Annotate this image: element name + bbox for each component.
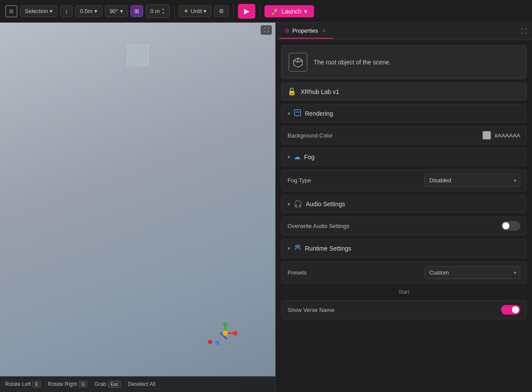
selection-dropdown[interactable]: Selection ▾ bbox=[20, 5, 57, 17]
properties-tab[interactable]: ⚙ Properties × bbox=[279, 24, 333, 39]
fog-type-dropdown[interactable]: Disabled ▾ bbox=[425, 174, 520, 187]
rendering-icon bbox=[294, 109, 301, 118]
rendering-section-header[interactable]: ▾ Rendering bbox=[281, 104, 527, 123]
toolbar-divider-1 bbox=[174, 5, 174, 17]
grab-label: Grab bbox=[94, 381, 106, 387]
rotate-right-key: G bbox=[79, 381, 88, 388]
deselect-label: Deselect All bbox=[128, 381, 155, 387]
viewport-expand-button[interactable]: ⛶ bbox=[261, 25, 272, 35]
show-verse-name-row: Show Verse Name bbox=[281, 300, 527, 319]
play-button[interactable]: ▶ bbox=[238, 4, 255, 19]
presets-label: Presets bbox=[288, 269, 419, 276]
toggle-thumb bbox=[502, 222, 509, 229]
toolbar-divider-3 bbox=[260, 5, 260, 17]
layout-icon[interactable]: ⊞ bbox=[5, 5, 17, 17]
audio-icon: 🎧 bbox=[294, 200, 302, 208]
audio-label: Audio Settings bbox=[306, 201, 345, 208]
main-content: ⛶ Rotate Left E bbox=[0, 23, 532, 392]
launch-button[interactable]: 🚀 Launch ▾ bbox=[264, 5, 314, 17]
background-color-row: Background Color #AAAAAA bbox=[281, 126, 527, 144]
fog-icon: ☁ bbox=[294, 153, 301, 161]
gizmo-y-end bbox=[223, 322, 228, 327]
panel-expand-button[interactable]: ⛶ bbox=[519, 26, 529, 37]
launch-arrow: ▾ bbox=[304, 8, 307, 15]
rotate-left-item: Rotate Left E bbox=[5, 381, 41, 388]
presets-dropdown[interactable]: Custom ▾ bbox=[425, 266, 520, 279]
rendering-chevron: ▾ bbox=[288, 111, 290, 117]
settings-icon: ⚙ bbox=[219, 8, 224, 14]
overwrite-audio-row: Overwrite Audio Settings bbox=[281, 216, 527, 235]
expand-icon: ⛶ bbox=[264, 27, 269, 33]
lighting-label: Unlit bbox=[191, 8, 202, 14]
toolbar: ⊞ Selection ▾ ↕ 0.5m ▾ 90° ▾ ⊞ 0 m ▲▼ ☀ … bbox=[0, 0, 532, 23]
gizmo-x-end bbox=[233, 331, 238, 335]
audio-section-header[interactable]: ▾ 🎧 Audio Settings bbox=[281, 195, 527, 213]
runtime-chevron: ▾ bbox=[288, 245, 290, 251]
runtime-section-header[interactable]: ▾ Runtime Settings bbox=[281, 239, 527, 258]
launch-icon: 🚀 bbox=[271, 8, 279, 15]
panel-expand-icon: ⛶ bbox=[521, 28, 527, 35]
svg-rect-0 bbox=[294, 110, 301, 116]
rotate-right-label: Rotate Right bbox=[48, 381, 77, 387]
scene-info-card: The root object of the scene. bbox=[281, 45, 527, 79]
selection-label: Selection bbox=[25, 8, 48, 14]
angle-dropdown[interactable]: 90° ▾ bbox=[105, 5, 128, 17]
launch-label: Launch bbox=[281, 8, 301, 15]
fog-label: Fog bbox=[304, 154, 315, 161]
presets-row: Presets Custom ▾ bbox=[281, 261, 527, 284]
cube-icon bbox=[288, 53, 308, 72]
presets-dropdown-arrow: ▾ bbox=[514, 270, 516, 276]
color-hex: #AAAAAA bbox=[495, 132, 520, 139]
gizmo-center bbox=[223, 331, 228, 336]
fog-section-header[interactable]: ▾ ☁ Fog bbox=[281, 148, 527, 166]
fog-dropdown-arrow: ▾ bbox=[514, 178, 516, 184]
show-verse-name-toggle[interactable] bbox=[501, 305, 520, 315]
deselect-item: Deselect All bbox=[128, 381, 155, 387]
selection-dot bbox=[208, 340, 212, 344]
gizmo-z-end bbox=[215, 341, 220, 345]
floating-object bbox=[127, 44, 149, 66]
runtime-icon bbox=[294, 244, 301, 253]
bg-color-value[interactable]: #AAAAAA bbox=[482, 131, 520, 140]
scene-description: The root object of the scene. bbox=[314, 59, 391, 66]
scene-name-row: 🔓 XRhub Lab v1 bbox=[281, 83, 527, 101]
properties-tab-close[interactable]: × bbox=[321, 27, 328, 34]
height-dropdown[interactable]: 0.5m ▾ bbox=[75, 5, 102, 17]
fog-chevron: ▾ bbox=[288, 154, 290, 160]
show-verse-name-label: Show Verse Name bbox=[288, 307, 496, 313]
grab-key: Esc bbox=[108, 381, 121, 388]
properties-tab-label: Properties bbox=[292, 27, 318, 34]
play-icon: ▶ bbox=[244, 7, 249, 15]
fog-type-row: Fog Type Disabled ▾ bbox=[281, 169, 527, 191]
height-value: 0.5m bbox=[80, 8, 93, 14]
svg-point-2 bbox=[298, 245, 300, 248]
height-icon: ↕ bbox=[60, 5, 73, 17]
settings-button[interactable]: ⚙ bbox=[214, 5, 229, 17]
lighting-icon: ☀ bbox=[184, 8, 189, 14]
viewport[interactable]: ⛶ Rotate Left E bbox=[0, 23, 275, 392]
bg-color-label: Background Color bbox=[288, 132, 477, 139]
panel-tabs: ⚙ Properties × ⛶ bbox=[276, 23, 532, 40]
lock-icon[interactable]: 🔓 bbox=[288, 87, 296, 96]
overwrite-audio-toggle[interactable] bbox=[501, 221, 520, 231]
audio-chevron: ▾ bbox=[288, 201, 290, 207]
show-verse-toggle-thumb bbox=[512, 306, 519, 313]
lighting-dropdown[interactable]: ☀ Unlit ▾ bbox=[179, 5, 211, 17]
fog-type-value: Disabled bbox=[429, 177, 452, 184]
viewport-toolbar: ⛶ bbox=[0, 23, 275, 37]
runtime-label: Runtime Settings bbox=[305, 245, 351, 252]
rendering-label: Rendering bbox=[305, 110, 333, 117]
selection-arrow: ▾ bbox=[50, 8, 53, 14]
angle-value: 90° bbox=[110, 8, 118, 14]
color-swatch[interactable] bbox=[482, 131, 491, 140]
rotate-right-item: Rotate Right G bbox=[48, 381, 87, 388]
angle-arrow: ▾ bbox=[120, 8, 123, 14]
presets-value: Custom bbox=[429, 269, 449, 276]
toolbar-divider-2 bbox=[233, 5, 234, 17]
distance-input[interactable]: 0 m ▲▼ bbox=[146, 4, 170, 18]
grid-icon: ⊞ bbox=[134, 8, 139, 14]
start-divider: Start bbox=[281, 287, 527, 297]
properties-panel: ⚙ Properties × ⛶ The root object of the … bbox=[275, 23, 532, 392]
grid-button[interactable]: ⊞ bbox=[130, 5, 143, 17]
transform-gizmo[interactable] bbox=[210, 318, 241, 348]
